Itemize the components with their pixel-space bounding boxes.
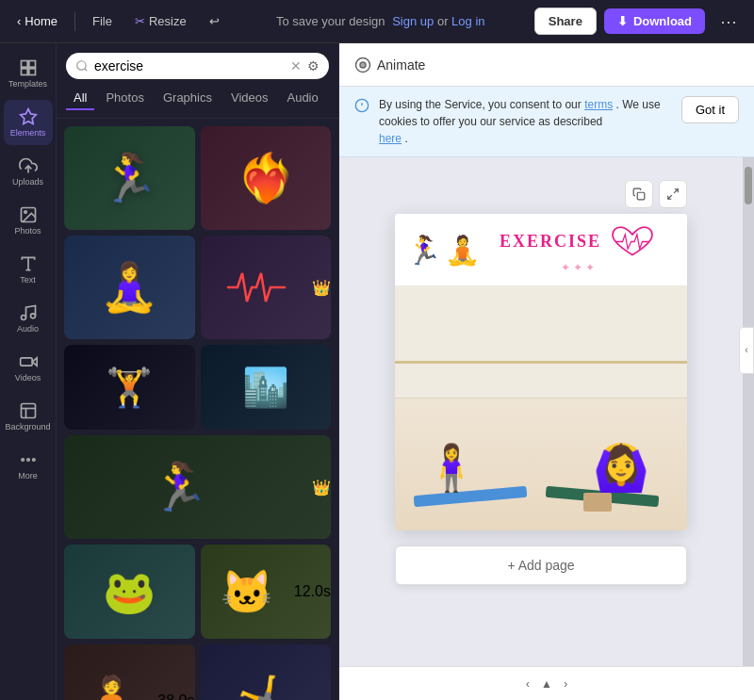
scroll-thumb: [745, 167, 752, 204]
wall-decoration: [395, 285, 687, 399]
tab-videos[interactable]: Videos: [223, 87, 276, 110]
cookie-got-it-button[interactable]: Got it: [681, 96, 739, 123]
crown-badge: 👑: [312, 479, 331, 497]
more-options-button[interactable]: ⋯: [713, 8, 745, 36]
character-icon-2: 🧘: [445, 234, 480, 267]
search-clear-button[interactable]: ✕: [290, 58, 302, 73]
bottom-navbar: ‹ ▲ ›: [339, 666, 754, 700]
result-item[interactable]: 🏙️: [201, 345, 332, 430]
page-indicator: ▲: [541, 677, 552, 691]
sidebar-item-more[interactable]: More: [4, 443, 53, 488]
duration-badge: 38.0s: [157, 692, 194, 700]
sidebar-item-videos[interactable]: Videos: [4, 345, 53, 390]
duration-badge: 12.0s: [294, 583, 331, 600]
tab-audio[interactable]: Audio: [279, 87, 325, 110]
sidebar-item-uploads[interactable]: Uploads: [4, 149, 53, 194]
audio-label: Audio: [17, 324, 39, 334]
svg-rect-0: [21, 61, 27, 68]
page-toolbar: [625, 180, 687, 208]
result-item[interactable]: 🏃‍♀️: [64, 126, 195, 230]
cookie-text: By using the Service, you consent to our…: [379, 96, 663, 147]
share-button[interactable]: Share: [534, 8, 597, 35]
undo-button[interactable]: ↩: [202, 10, 227, 32]
sign-up-link[interactable]: Sign up: [392, 14, 434, 28]
save-prompt: To save your design Sign up or Log in: [235, 14, 527, 28]
search-icon: [75, 59, 89, 73]
canvas-scroll: 🏃‍♀️ 🧘 EXERCISE: [339, 157, 743, 666]
result-item[interactable]: 🧘 38.0s: [64, 644, 195, 700]
decorative-dots: ✦ ✦ ✦: [561, 261, 596, 274]
sidebar-item-templates[interactable]: Templates: [4, 51, 53, 96]
svg-line-19: [85, 69, 88, 72]
result-item[interactable]: 🏋️: [64, 345, 195, 430]
exercise-title-area: EXERCISE ✦ ✦ ✦: [480, 225, 676, 274]
sidebar: Templates Elements Uploads Photos Text A…: [0, 43, 57, 700]
search-bar: ✕ ⚙: [66, 53, 329, 79]
result-item[interactable]: 🐱 12.0s: [201, 545, 332, 639]
result-item[interactable]: 🏃‍♀️ 👑: [64, 435, 331, 539]
animate-icon: [354, 57, 371, 73]
prev-page-button[interactable]: ‹: [526, 676, 530, 691]
sidebar-item-audio[interactable]: Audio: [4, 296, 53, 341]
svg-rect-2: [21, 69, 27, 75]
nav-divider: [74, 12, 75, 31]
photos-label: Photos: [14, 226, 41, 236]
text-label: Text: [20, 275, 36, 285]
file-menu-button[interactable]: File: [85, 10, 120, 32]
search-input[interactable]: [94, 58, 285, 73]
sidebar-item-photos[interactable]: Photos: [4, 198, 53, 243]
filter-icon[interactable]: ⚙: [307, 58, 320, 73]
canvas-area: Animate By using the Service, you consen…: [339, 43, 754, 700]
terms-link[interactable]: terms: [584, 98, 613, 111]
result-item[interactable]: 🤸: [201, 644, 332, 700]
search-results: 🏃‍♀️ ❤️‍🔥 🧘‍♀️ 👑: [57, 119, 338, 700]
tab-all[interactable]: All: [66, 87, 94, 110]
tab-photos[interactable]: Photos: [98, 87, 151, 110]
add-page-button[interactable]: + Add page: [395, 545, 687, 585]
top-navigation: ‹ Home File ✂ Resize ↩ To save your desi…: [0, 0, 754, 43]
back-button[interactable]: ‹ Home: [9, 10, 65, 32]
resize-label: Resize: [149, 14, 187, 28]
exercise-characters: 🏃‍♀️ 🧘: [406, 234, 480, 267]
exercise-title: EXERCISE: [500, 232, 601, 252]
search-tabs: All Photos Graphics Videos Audio: [57, 87, 338, 119]
svg-point-11: [30, 314, 35, 318]
svg-point-21: [360, 62, 366, 68]
wall-strip: [395, 361, 687, 364]
yoga-scene: 🧍‍♀️ 🙆‍♀️: [395, 285, 687, 530]
here-link[interactable]: here: [379, 132, 402, 145]
home-label: Home: [25, 14, 57, 28]
next-page-button[interactable]: ›: [564, 676, 567, 691]
sidebar-item-background[interactable]: Background: [4, 394, 53, 439]
copy-page-button[interactable]: [625, 180, 653, 208]
svg-rect-1: [28, 61, 35, 68]
download-icon: ⬇: [617, 14, 628, 28]
tab-graphics[interactable]: Graphics: [156, 87, 220, 110]
svg-point-7: [24, 211, 25, 214]
svg-marker-4: [20, 109, 36, 124]
svg-line-26: [674, 189, 678, 193]
resize-button[interactable]: ✂ Resize: [127, 10, 194, 32]
file-label: File: [92, 14, 112, 28]
log-in-link[interactable]: Log in: [451, 14, 484, 28]
sidebar-item-text[interactable]: Text: [4, 247, 53, 292]
design-page[interactable]: 🏃‍♀️ 🧘 EXERCISE: [395, 214, 687, 530]
animate-button[interactable]: Animate: [354, 57, 425, 73]
result-item[interactable]: 🧘‍♀️: [64, 236, 195, 339]
crown-badge: 👑: [312, 279, 331, 297]
result-item[interactable]: 🐸: [64, 545, 195, 639]
character-icon-1: 🏃‍♀️: [406, 234, 441, 267]
sidebar-item-elements[interactable]: Elements: [4, 100, 53, 145]
vertical-scrollbar[interactable]: [743, 157, 754, 666]
resize-icon: ✂: [135, 14, 145, 28]
elements-label: Elements: [10, 128, 46, 138]
result-item[interactable]: ❤️‍🔥: [201, 126, 332, 230]
expand-page-button[interactable]: [659, 180, 687, 208]
chevron-left-icon: ‹: [17, 14, 21, 28]
svg-point-10: [21, 316, 25, 320]
background-label: Background: [5, 422, 50, 431]
title-row: EXERCISE: [500, 225, 656, 258]
result-item[interactable]: 👑: [201, 236, 332, 339]
download-button[interactable]: ⬇ Download: [604, 8, 705, 34]
svg-point-18: [77, 61, 86, 70]
